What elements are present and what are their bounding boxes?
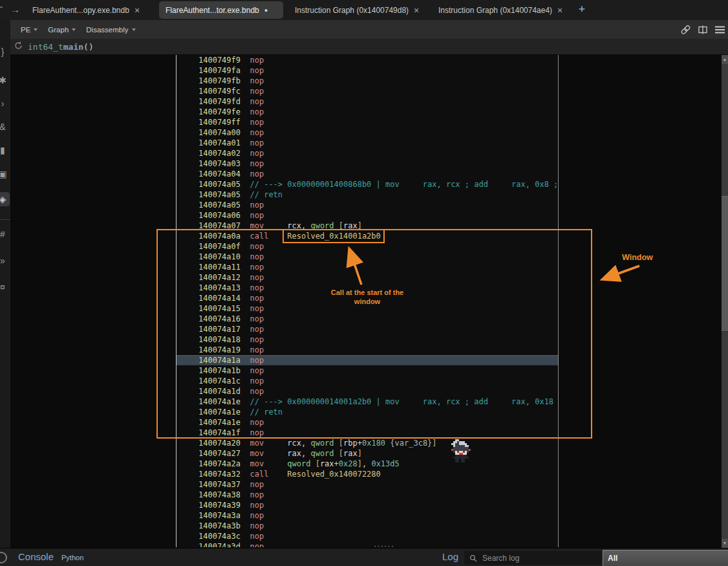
- menu-graph[interactable]: Graph: [48, 26, 76, 34]
- address: 140074a13: [198, 283, 250, 292]
- disasm-row[interactable]: 140074a11 nop: [177, 262, 558, 272]
- disasm-row[interactable]: 140074a10 nop: [177, 252, 558, 262]
- disasm-row[interactable]: 140074a15 nop: [177, 303, 558, 314]
- close-icon[interactable]: ×: [134, 6, 140, 15]
- disasm-row[interactable]: 140074a37 nop: [177, 479, 558, 490]
- close-icon[interactable]: ×: [557, 6, 562, 15]
- disasm-row[interactable]: 140074a02 nop: [177, 148, 558, 158]
- disasm-row[interactable]: 140074a1c nop: [177, 376, 558, 386]
- tag-icon[interactable]: ◈: [0, 192, 10, 206]
- disasm-row[interactable]: 140074a06 nop: [177, 210, 558, 221]
- disasm-row[interactable]: 140074a04 nop: [177, 169, 558, 179]
- stack-view-icon[interactable]: #: [0, 227, 10, 241]
- log-filter-select[interactable]: All: [603, 550, 728, 566]
- disasm-row[interactable]: 140074a27 mov rax, qword [rax]: [177, 448, 558, 459]
- address: 1400749fc: [198, 87, 250, 96]
- disasm-row[interactable]: 140074a05 // retn: [177, 190, 558, 200]
- disasm-row[interactable]: 140074a32 call Resolved_0x140072280: [177, 469, 558, 479]
- log-tab[interactable]: Log: [442, 551, 458, 562]
- disasm-row[interactable]: 140074a0a call Resolved_0x14001a2b0: [177, 231, 558, 241]
- address: 140074a39: [198, 501, 250, 510]
- disasm-row[interactable]: 1400749fb nop: [177, 76, 558, 86]
- menu-label: Graph: [48, 26, 69, 34]
- disasm-row[interactable]: 140074a3a nop: [177, 510, 558, 521]
- console-tab[interactable]: Console: [18, 551, 54, 562]
- disasm-row[interactable]: 140074a19 nop: [177, 345, 558, 355]
- function-name[interactable]: main: [63, 42, 83, 52]
- address: 140074a05: [198, 201, 250, 210]
- scroll-down-icon[interactable]: ▼: [722, 539, 728, 548]
- disasm-row[interactable]: 140074a3d nop: [177, 541, 558, 547]
- menu-pe[interactable]: PE: [21, 26, 37, 34]
- boxed-call-target[interactable]: Resolved_0x14001a2b0: [287, 232, 381, 241]
- disasm-row[interactable]: 140074a1b nop: [177, 365, 558, 376]
- tab-instruction-graph-1[interactable]: Instruction Graph (0x1400749d8) ×: [288, 0, 428, 20]
- menu-disassembly[interactable]: Disassembly: [86, 26, 135, 34]
- disasm-row[interactable]: 140074a1e nop: [177, 417, 558, 428]
- disasm-row[interactable]: 140074a1e // ---> 0x000000014001a2b0 | m…: [177, 397, 558, 407]
- mini-graph-icon[interactable]: ▣: [0, 167, 10, 181]
- disasm-row[interactable]: 140074a17 nop: [177, 324, 558, 334]
- disasm-row[interactable]: 140074a05 // ---> 0x00000001400868b0 | m…: [177, 179, 558, 190]
- disasm-row[interactable]: 140074a01 nop: [177, 138, 558, 148]
- disasm-row[interactable]: 140074a13 nop: [177, 283, 558, 293]
- disasm-row[interactable]: 140074a39 nop: [177, 500, 558, 510]
- disasm-row[interactable]: 140074a03 nop: [177, 158, 558, 169]
- disasm-row[interactable]: 1400749ff nop: [177, 117, 558, 127]
- link-views-icon[interactable]: [680, 25, 691, 35]
- disasm-row[interactable]: 140074a14 nop: [177, 293, 558, 303]
- disasm-row[interactable]: 1400749fe nop: [177, 107, 558, 117]
- log-search-input[interactable]: [481, 553, 587, 563]
- memory-map-icon[interactable]: ▮: [0, 143, 10, 157]
- types-icon[interactable]: }: [0, 45, 10, 59]
- disasm-row[interactable]: 140074a2a mov qword [rax+0x28], 0x13d5: [177, 459, 558, 469]
- tab-flareauthent-copy[interactable]: FlareAuthent...opy.exe.bndb ×: [26, 0, 156, 20]
- view-toolbar: PE Graph Disassembly: [10, 20, 728, 39]
- strings-icon[interactable]: ›: [0, 96, 10, 111]
- disasm-row[interactable]: 1400749fd nop: [177, 96, 558, 107]
- scroll-up-icon[interactable]: ▲: [722, 55, 728, 64]
- disasm-row[interactable]: 140074a3b nop: [177, 521, 558, 531]
- back-arrow-icon[interactable]: [0, 6, 3, 8]
- new-tab-button[interactable]: +: [579, 3, 585, 16]
- address: 140074a20: [198, 439, 250, 448]
- disasm-row[interactable]: 140074a38 nop: [177, 490, 558, 500]
- disasm-row[interactable]: 140074a1f nop: [177, 428, 558, 438]
- disasm-row[interactable]: 140074a16 nop: [177, 314, 558, 324]
- modified-dot-icon[interactable]: ●: [264, 7, 268, 14]
- vertical-scrollbar[interactable]: ▲ ▼: [722, 55, 728, 548]
- disasm-row[interactable]: 140074a00 nop: [177, 127, 558, 138]
- hamburger-menu-icon[interactable]: [714, 25, 725, 34]
- disasm-row[interactable]: 140074a20 mov rcx, qword [rbp+0x180 {var…: [177, 438, 558, 448]
- disasm-row[interactable]: 140074a05 nop: [177, 200, 558, 210]
- variables-icon[interactable]: &: [0, 120, 10, 134]
- disasm-row[interactable]: 140074a1d nop: [177, 386, 558, 397]
- disasm-row[interactable]: 140074a1e // retn: [177, 407, 558, 417]
- disasm-rows[interactable]: 1400749f9 nop1400749fa nop1400749fb nop1…: [176, 55, 559, 547]
- disasm-row[interactable]: 1400749fa nop: [177, 65, 558, 76]
- scrollbar-thumb[interactable]: [722, 196, 728, 332]
- debugger-icon[interactable]: ¤: [0, 280, 10, 294]
- disasm-row[interactable]: 1400749fc nop: [177, 86, 558, 96]
- disasm-row[interactable]: 140074a18 nop: [177, 334, 558, 345]
- function-return-type: int64_t: [28, 42, 63, 52]
- close-icon[interactable]: ×: [414, 6, 419, 15]
- disasm-row[interactable]: 1400749f9 nop: [177, 55, 558, 65]
- symbols-icon[interactable]: ✱: [0, 73, 10, 87]
- refresh-icon[interactable]: [14, 41, 23, 52]
- forward-arrow-icon[interactable]: →: [10, 4, 20, 15]
- bottom-bar: Console Python Log All: [0, 548, 728, 566]
- disasm-row[interactable]: 140074a12 nop: [177, 272, 558, 283]
- address: 140074a2a: [198, 459, 250, 468]
- splitter-handle[interactable]: ······: [374, 541, 394, 550]
- tab-instruction-graph-2[interactable]: Instruction Graph (0x140074ae4) ×: [432, 0, 570, 20]
- export-icon[interactable]: »: [0, 254, 10, 268]
- disasm-row-selected[interactable]: 140074a1a nop: [177, 355, 558, 365]
- tab-flareauthent-tor[interactable]: FlareAuthent...tor.exe.bndb ●: [159, 1, 283, 19]
- address: 140074a3a: [198, 511, 250, 520]
- disasm-row[interactable]: 140074a3c nop: [177, 531, 558, 541]
- python-tab[interactable]: Python: [61, 554, 83, 561]
- split-view-icon[interactable]: [698, 25, 708, 35]
- menu-label: PE: [21, 26, 30, 34]
- address: 140074a3b: [198, 521, 250, 530]
